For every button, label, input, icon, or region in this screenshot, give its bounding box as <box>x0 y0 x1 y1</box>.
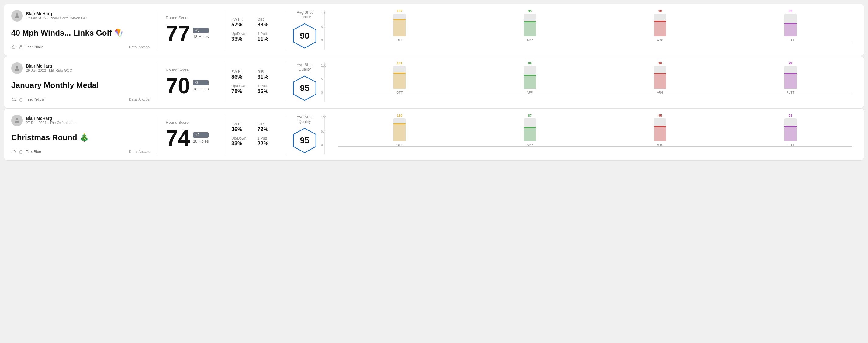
stat-item-1: GIR72% <box>257 122 278 132</box>
stat-value: 36% <box>231 126 251 132</box>
user-meta: 29 Jan 2022 · Mill Ride GCC <box>26 68 72 73</box>
round-title: 40 Mph Winds... Links Golf 🪁 <box>11 28 150 38</box>
stat-item-0: FW Hit86% <box>231 70 251 80</box>
quality-score: 95 <box>300 136 309 145</box>
user-name: Blair McHarg <box>26 116 76 121</box>
bar-fill <box>654 74 666 89</box>
round-title: Christmas Round 🎄 <box>11 133 150 142</box>
bag-icon <box>19 97 23 102</box>
quality-section: Avg Shot Quality 90 <box>285 10 325 50</box>
score-badge: +2 <box>193 132 209 138</box>
score-section: Round Score70-218 Holes <box>157 62 224 102</box>
card-footer: Tee: Blue Data: Arccos <box>11 149 150 154</box>
cloud-icon <box>11 97 16 102</box>
stat-value: 78% <box>231 88 251 95</box>
chart-wrapper: 100500107OTT95APP98ARG82PUTT <box>330 11 852 48</box>
stat-label: Up/Down <box>231 32 251 36</box>
stat-label: FW Hit <box>231 122 251 126</box>
card-left-section: Blair McHarg12 Feb 2022 · Royal North De… <box>11 10 157 50</box>
bar-axis-label: APP <box>527 39 533 42</box>
bar-fill <box>784 127 797 142</box>
user-info: Blair McHarg27 Dec 2021 · The Oxfordshir… <box>26 116 76 125</box>
score-detail: +218 Holes <box>193 132 209 144</box>
bag-icon <box>19 149 23 154</box>
chart-y-label: 100 <box>321 11 326 15</box>
bar-axis-label: APP <box>527 143 533 147</box>
round-score-label: Round Score <box>166 68 215 72</box>
stats-grid: FW Hit86%GIR61%Up/Down78%1 Putt56% <box>231 70 277 95</box>
stat-value: 86% <box>231 74 251 80</box>
bar-marker <box>784 126 797 127</box>
bar-group-arg: 95ARG <box>599 114 722 147</box>
cloud-icon <box>11 149 16 154</box>
stat-item-2: Up/Down33% <box>231 32 251 42</box>
score-row: 70-218 Holes <box>166 75 215 97</box>
round-score-label: Round Score <box>166 15 215 20</box>
card-footer: Tee: Black Data: Arccos <box>11 45 150 50</box>
svg-point-3 <box>16 66 18 68</box>
bar-marker <box>524 127 536 128</box>
stats-grid: FW Hit36%GIR72%Up/Down33%1 Putt22% <box>231 122 277 147</box>
bar-value: 86 <box>528 61 532 65</box>
bar-value: 107 <box>397 9 402 13</box>
bar-group-arg: 96ARG <box>599 61 722 94</box>
stat-label: GIR <box>257 17 278 22</box>
chart-section: 100500101OTT86APP96ARG99PUTT <box>325 62 857 102</box>
bar-wrapper <box>784 66 797 89</box>
bar-marker <box>394 123 406 124</box>
chart-section: 100500110OTT87APP95ARG93PUTT <box>325 115 857 154</box>
tee-label: Tee: Blue <box>26 150 41 154</box>
bar-fill <box>394 73 406 89</box>
chart-y-label: 50 <box>321 25 326 29</box>
bar-axis-label: APP <box>527 91 533 94</box>
round-title: January Monthly Medal <box>11 81 150 90</box>
score-row: 74+218 Holes <box>166 127 215 149</box>
user-meta: 27 Dec 2021 · The Oxfordshire <box>26 121 76 125</box>
quality-score: 95 <box>300 83 309 93</box>
stat-value: 83% <box>257 22 278 28</box>
stat-label: GIR <box>257 122 278 126</box>
bar-axis-label: PUTT <box>786 91 795 94</box>
chart-y-labels: 100500 <box>321 64 326 94</box>
bar-value: 93 <box>789 114 792 117</box>
stat-label: 1 Putt <box>257 136 278 141</box>
user-row: Blair McHarg27 Dec 2021 · The Oxfordshir… <box>11 115 150 126</box>
bar-fill <box>394 20 406 36</box>
score-section: Round Score74+218 Holes <box>157 115 224 154</box>
bar-wrapper <box>784 118 797 141</box>
chart-y-labels: 100500 <box>321 116 326 147</box>
bar-group-putt: 82PUTT <box>729 9 852 42</box>
quality-label: Avg Shot Quality <box>291 10 318 19</box>
hexagon-container: 95 <box>291 127 318 154</box>
chart-y-label: 50 <box>321 130 326 133</box>
bar-axis-label: ARG <box>657 143 663 147</box>
stat-value: 33% <box>231 141 251 147</box>
avatar <box>11 115 23 126</box>
stat-item-2: Up/Down33% <box>231 136 251 147</box>
bar-value: 82 <box>789 9 792 13</box>
stat-value: 72% <box>257 126 278 132</box>
holes-label: 18 Holes <box>193 87 209 91</box>
bar-wrapper <box>654 14 666 36</box>
data-source: Data: Arccos <box>129 97 150 101</box>
score-badge: +5 <box>193 28 209 33</box>
tee-info: Tee: Blue <box>11 149 41 154</box>
svg-point-6 <box>16 118 18 120</box>
bar-group-ott: 101OTT <box>338 61 461 94</box>
stat-value: 57% <box>231 22 251 28</box>
bar-axis-label: OTT <box>397 91 403 94</box>
bar-wrapper <box>394 118 406 141</box>
user-info: Blair McHarg29 Jan 2022 · Mill Ride GCC <box>26 64 72 73</box>
score-badge: -2 <box>193 80 209 86</box>
quality-label: Avg Shot Quality <box>291 115 318 124</box>
stat-value: 56% <box>257 88 278 95</box>
chart-wrapper: 100500110OTT87APP95ARG93PUTT <box>330 116 852 153</box>
bar-fill <box>784 74 797 89</box>
chart-wrapper: 100500101OTT86APP96ARG99PUTT <box>330 64 852 100</box>
chart-y-label: 100 <box>321 64 326 67</box>
score-big: 77 <box>166 23 190 44</box>
data-source: Data: Arccos <box>129 45 150 49</box>
svg-rect-4 <box>20 98 22 101</box>
bar-fill <box>524 128 536 142</box>
cloud-icon <box>11 45 16 50</box>
